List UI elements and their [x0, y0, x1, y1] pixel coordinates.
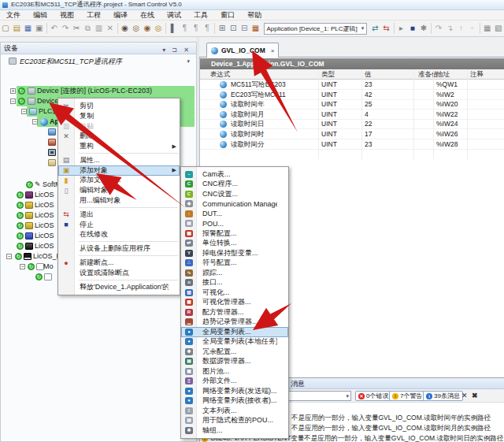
tree-item-device-licos-plc-ec203-[interactable]: +↻Device [连接的] (LicOS-PLC-EC203) — [1, 86, 196, 96]
variable-row[interactable]: 读取时间日UINT22%IW24 — [200, 119, 504, 129]
menu-item-paste[interactable]: ▥粘贴 — [58, 121, 180, 132]
menu-item-add-folder[interactable]: ▮添加文件夹... — [58, 176, 180, 186]
clear-icon[interactable]: ✕ — [461, 392, 468, 399]
menu-item-pou-implicit-checks-icon[interactable]: ▤用于隐式检查的POU... — [181, 416, 288, 426]
menu-item--[interactable]: 设置或清除断点 — [58, 268, 180, 278]
delete-icon[interactable]: ✕ — [104, 21, 115, 35]
menu-7[interactable]: 工具 — [187, 10, 214, 20]
variable-row[interactable]: MC511写给EC203UINT23%QW1 — [200, 80, 504, 90]
menu-item-add-object[interactable]: ▣添加对象▶ — [58, 165, 180, 176]
menu-item--[interactable]: 从设备上删除应用程序 — [58, 243, 180, 254]
messages-filter-button[interactable]: i 39条消息 — [423, 391, 463, 401]
window-icon[interactable]: ▦ — [482, 21, 493, 35]
menu-item-persistent-vars-icon[interactable]: Y掉电保持型变量... — [181, 248, 288, 258]
message-row[interactable]: 不是应用的一部分，输入变量GVL_IO_COM.读取时间月的实例路径 — [291, 423, 491, 433]
column-header-1[interactable]: 类型 — [321, 69, 335, 80]
find-in-project-icon[interactable]: ◉ — [142, 21, 153, 35]
new-file-icon[interactable]: ▢ — [0, 21, 11, 35]
menu-item-dut-icon[interactable]: :DUT... — [181, 209, 288, 219]
menu-item-unit-conversion-icon[interactable]: ⇄单位转换... — [181, 239, 288, 249]
menu-0[interactable]: 文件 — [0, 10, 27, 20]
expand-icon[interactable]: + — [10, 88, 16, 94]
active-application-combo[interactable]: Application [Device_1: PLC逻辑]▾ — [264, 23, 368, 35]
save-icon[interactable]: ▦ — [22, 21, 33, 35]
start-icon[interactable]: ▸ — [396, 21, 407, 35]
warnings-filter-button[interactable]: ! 7个警告 — [389, 391, 425, 401]
collapse-icon[interactable]: − — [6, 254, 12, 259]
collapse-icon[interactable]: − — [20, 264, 25, 269]
menu-4[interactable]: 编译 — [107, 10, 134, 20]
breakpoint-icon[interactable]: ◦ — [466, 21, 477, 35]
menu-5[interactable]: 在线 — [134, 10, 161, 20]
variable-row[interactable]: 读取时间分UINT23%IW28 — [200, 139, 504, 150]
menu-item-visualization-icon[interactable]: ▧可视化... — [181, 288, 288, 298]
message-row[interactable]: 不是应用的一部分，输入变量GVL_IO_COM.读取时间年的实例路径 — [291, 413, 491, 423]
collapse-icon[interactable]: − — [21, 109, 27, 114]
menu-2[interactable]: 视图 — [54, 10, 80, 20]
menu-item-gvl-icon[interactable]: ●全局变量列表... — [181, 327, 288, 337]
menu-item-visualization-manager-icon[interactable]: ▣可视化管理器... — [181, 298, 288, 308]
collapse-icon[interactable]: − — [32, 119, 38, 124]
menu-item-communication-manager-icon[interactable]: ◆Communication Manager... — [181, 199, 288, 210]
find-icon[interactable]: ◉ — [120, 21, 131, 35]
paste-icon[interactable]: ▥ — [93, 21, 104, 35]
collapse-icon[interactable]: − — [10, 98, 16, 104]
column-header-2[interactable]: 值 — [365, 69, 372, 80]
menu-item-stop[interactable]: ■停止 — [58, 220, 180, 230]
replace-icon[interactable]: ◎ — [153, 21, 164, 35]
bookmark-icon[interactable]: ▌ — [168, 21, 179, 35]
copy-icon[interactable]: ⧉ — [82, 21, 93, 35]
menu-item-gvl-tasklocal-icon[interactable]: ●全局变量列表(本地任务)... — [181, 337, 288, 347]
column-header-5[interactable]: 注释 — [470, 69, 484, 80]
step-out-icon[interactable]: ↑ — [455, 21, 466, 35]
menu-item-cnc-settings-icon[interactable]: CCNC设置... — [181, 189, 288, 199]
menu-item-symbol-config-icon[interactable]: ∴符号配置... — [181, 258, 288, 269]
menu-item-nvl-receiver-icon[interactable]: ●网络变量列表(接收者)... — [181, 396, 288, 407]
menu-item-logout[interactable]: ⇆退出 — [58, 210, 180, 220]
pilcrow-icon[interactable]: ¶ — [179, 21, 190, 35]
menu-item--[interactable]: 重构▶ — [58, 141, 180, 151]
menu-item-properties[interactable]: ▤属性... — [58, 155, 180, 165]
close-tab-icon[interactable]: × — [271, 47, 275, 54]
menu-item-trace-icon[interactable]: ∿跟踪... — [181, 268, 288, 278]
menu-item-datasource-manager-icon[interactable]: ▤数据源管理器... — [181, 357, 288, 367]
menu-item-copy[interactable]: ⧉复制 — [58, 111, 180, 121]
menu-3[interactable]: 工程 — [80, 10, 107, 20]
menu-item-interface-icon[interactable]: o接口... — [181, 278, 288, 288]
menu-1[interactable]: 编辑 — [27, 10, 54, 20]
stop-icon[interactable]: ■ — [407, 21, 418, 35]
menu-item-external-file-icon[interactable]: ▯外部文件... — [181, 377, 288, 387]
find-next-icon[interactable]: ◎ — [131, 21, 142, 35]
logout-icon[interactable]: ⇆ — [380, 21, 391, 35]
window2-icon[interactable]: ▧ — [493, 21, 504, 35]
column-header-3[interactable]: 准备值 — [418, 69, 439, 80]
menu-item-axis-group-icon[interactable]: ✱轴组... — [181, 425, 288, 436]
variable-row[interactable]: 读取时间月UINT4%IW22 — [200, 110, 504, 120]
variable-row[interactable]: 读取时间时UINT17%IW26 — [200, 129, 504, 139]
cut-icon[interactable]: ✂ — [71, 21, 82, 35]
menu-item-cut[interactable]: ✂剪切 — [58, 101, 180, 111]
menu-item-trend-manager-icon[interactable]: ▁趋势记录管理器... — [181, 318, 288, 328]
login-icon[interactable]: ⇄ — [369, 21, 380, 35]
menu-item-image-pool-icon[interactable]: ▣图片池... — [181, 366, 288, 377]
menu-item-cam-icon[interactable]: ~Cam表... — [181, 169, 288, 180]
pilcrow2-icon[interactable]: ¶ — [191, 21, 202, 35]
generate-icon[interactable]: ⊟ — [239, 21, 250, 35]
menu-9[interactable]: 帮助 — [241, 10, 268, 20]
menu-6[interactable]: 调试 — [161, 10, 187, 20]
redo-icon[interactable]: ↷ — [60, 21, 71, 35]
menu-8[interactable]: 窗口 — [214, 10, 241, 20]
menu-item-delete[interactable]: ✕删除 — [58, 131, 180, 141]
step-over-icon[interactable]: ↷ — [433, 21, 444, 35]
build-icon[interactable]: ⊞ — [217, 21, 228, 35]
variable-row[interactable]: EC203写给MC511UINT42%IW2 — [200, 90, 504, 100]
menu-item-alarm-config-icon[interactable]: ▦报警配置... — [181, 228, 288, 239]
menu-item--[interactable]: 用...编辑对象 — [58, 195, 180, 206]
build-drop-icon[interactable]: ⊡ — [228, 21, 239, 35]
menu-item-breakpoint[interactable]: ●新建断点... — [58, 258, 180, 268]
menu-item--[interactable]: 在线修改 — [58, 230, 180, 240]
menu-item--device_1-application-[interactable]: 释放'Device_1.Application'的所有值 — [58, 282, 180, 292]
open-file-icon[interactable]: ▤ — [11, 21, 22, 35]
menu-item-nvl-sender-icon[interactable]: ●网络变量列表(发送端)... — [181, 386, 288, 396]
menu-item-edit-object[interactable]: ▯编辑对象 — [58, 185, 180, 195]
